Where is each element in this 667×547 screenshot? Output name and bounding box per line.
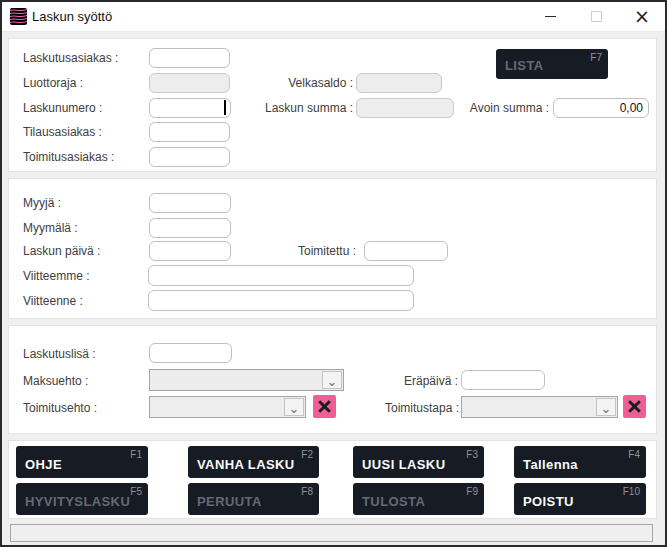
panel-payment-terms: Laskutuslisä : Maksuehto : ⌄ Eräpäivä : … [8, 325, 657, 434]
poistu-fkey: F10 [623, 486, 640, 497]
tallenna-fkey: F4 [628, 449, 640, 460]
app-logo-icon [10, 8, 27, 25]
toimitusehto-select: ⌄ [149, 396, 306, 418]
tilausasiakas-input[interactable] [149, 122, 230, 142]
toimitettu-input[interactable] [364, 241, 448, 261]
close-button[interactable]: × [619, 2, 665, 31]
velkasaldo-input [356, 73, 442, 93]
maximize-button[interactable] [573, 2, 619, 31]
tallenna-button[interactable]: Tallenna F4 [514, 446, 646, 478]
panel-action-buttons: OHJE F1 VANHA LASKU F2 UUSI LASKU F3 Tal… [8, 440, 657, 519]
toimitusehto-dropdown-button: ⌄ [284, 398, 304, 416]
laskutusasiakas-input[interactable] [149, 48, 230, 68]
myyja-input[interactable] [149, 193, 231, 213]
tulosta-button-label: TULOSTA [362, 494, 425, 509]
laskutuslisa-label: Laskutuslisä : [23, 344, 96, 364]
maksuehto-dropdown-button[interactable]: ⌄ [322, 371, 342, 389]
lista-fkey: F7 [590, 52, 602, 63]
ohje-fkey: F1 [130, 449, 142, 460]
invoice-entry-window: Laskun syöttö × Laskutusasiakas : Luotto… [0, 0, 667, 547]
laskunumero-label: Laskunumero : [23, 98, 102, 118]
avoin-summa-label: Avoin summa : [449, 98, 549, 118]
ohje-button-label: OHJE [25, 457, 62, 472]
vanha-lasku-button-label: VANHA LASKU [197, 457, 295, 472]
peruuta-button-label: PERUUTA [197, 494, 262, 509]
toimitusasiakas-input[interactable] [149, 147, 230, 167]
peruuta-button[interactable]: PERUUTA F8 [188, 483, 319, 515]
viitteenne-input[interactable] [148, 290, 414, 311]
chevron-down-icon: ⌄ [601, 400, 612, 417]
toimitusehto-label: Toimitusehto : [23, 398, 97, 418]
tilausasiakas-label: Tilausasiakas : [23, 122, 102, 142]
tulosta-button[interactable]: TULOSTA F9 [353, 483, 484, 515]
luottoraja-input [149, 73, 230, 93]
tulosta-fkey: F9 [466, 486, 478, 497]
ohje-button[interactable]: OHJE F1 [16, 446, 148, 478]
toimitustapa-select: ⌄ [461, 396, 618, 418]
tallenna-button-label: Tallenna [523, 457, 578, 472]
chevron-down-icon: ⌄ [289, 400, 300, 417]
vanha-lasku-button[interactable]: VANHA LASKU F2 [188, 446, 319, 478]
viitteemme-input[interactable] [148, 265, 414, 286]
toimitusasiakas-label: Toimitusasiakas : [23, 147, 114, 167]
titlebar: Laskun syöttö × [2, 2, 665, 32]
peruuta-fkey: F8 [301, 486, 313, 497]
uusi-lasku-button[interactable]: UUSI LASKU F3 [353, 446, 484, 478]
text-caret [224, 100, 226, 115]
myymala-label: Myymälä : [23, 218, 78, 238]
status-message-field [10, 524, 653, 542]
uusi-lasku-fkey: F3 [466, 449, 478, 460]
lista-button-label: LISTA [505, 58, 544, 73]
uusi-lasku-button-label: UUSI LASKU [362, 457, 445, 472]
avoin-summa-input[interactable] [553, 98, 649, 118]
panel-invoice-header: Laskutusasiakas : Luottoraja : Velkasald… [8, 38, 657, 172]
vanha-lasku-fkey: F2 [301, 449, 313, 460]
myyja-label: Myyjä : [23, 193, 61, 213]
lista-button[interactable]: LISTA F7 [496, 49, 608, 79]
laskun-paiva-input[interactable] [149, 241, 231, 261]
minimize-icon [545, 16, 556, 17]
toimitustapa-label: Toimitustapa : [339, 398, 459, 418]
clear-toimitustapa-button[interactable] [623, 395, 646, 418]
status-bar [2, 521, 665, 545]
maximize-icon [591, 11, 602, 22]
toimitustapa-dropdown-button: ⌄ [596, 398, 616, 416]
viitteemme-label: Viitteemme : [23, 266, 89, 286]
poistu-button[interactable]: POISTU F10 [514, 483, 646, 515]
clear-toimitusehto-button[interactable] [313, 395, 336, 418]
hyvityslasku-button-label: HYVITYSLASKU [25, 494, 130, 509]
minimize-button[interactable] [527, 2, 573, 31]
erapaiva-input[interactable] [461, 370, 545, 390]
maksuehto-select[interactable]: ⌄ [149, 369, 344, 391]
laskutuslisa-input[interactable] [149, 343, 232, 363]
hyvityslasku-fkey: F5 [130, 486, 142, 497]
myymala-input[interactable] [149, 218, 231, 238]
hyvityslasku-button[interactable]: HYVITYSLASKU F5 [16, 483, 148, 515]
viitteenne-label: Viitteenne : [23, 291, 83, 311]
luottoraja-label: Luottoraja : [23, 73, 83, 93]
chevron-down-icon: ⌄ [327, 373, 338, 390]
close-icon: × [634, 4, 650, 29]
poistu-button-label: POISTU [523, 494, 574, 509]
panel-seller-info: Myyjä : Myymälä : Laskun päivä : Toimite… [8, 178, 657, 319]
velkasaldo-label: Velkasaldo : [249, 73, 353, 93]
maksuehto-label: Maksuehto : [23, 371, 88, 391]
laskun-summa-input [356, 98, 454, 118]
toimitettu-label: Toimitettu : [259, 241, 356, 261]
laskutusasiakas-label: Laskutusasiakas : [23, 48, 118, 68]
window-title: Laskun syöttö [32, 2, 112, 31]
erapaiva-label: Eräpäivä : [389, 371, 458, 391]
laskun-summa-label: Laskun summa : [239, 98, 353, 118]
laskunumero-input[interactable] [149, 98, 231, 118]
laskun-paiva-label: Laskun päivä : [23, 241, 100, 261]
